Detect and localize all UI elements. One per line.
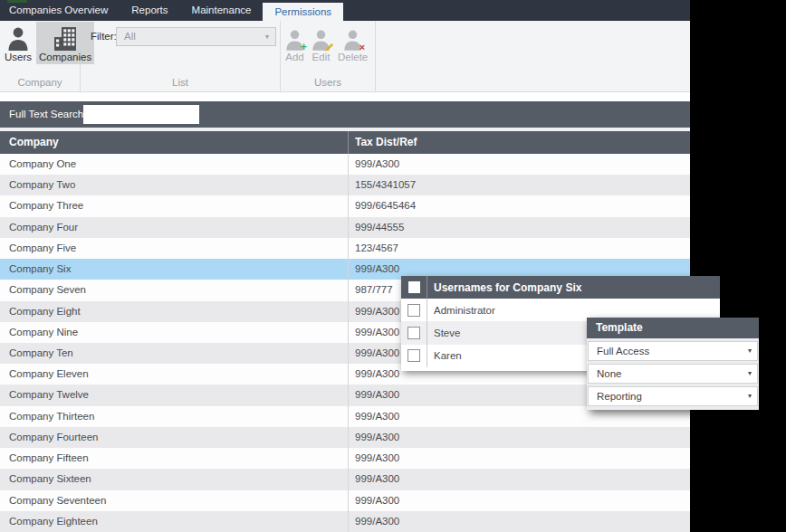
ribbon-group-users: + Add Edit × (281, 21, 376, 91)
tab-maintenance[interactable]: Maintenance (180, 0, 264, 21)
template-popup: Template Full Access ▾ None ▾ Reporting … (587, 318, 759, 410)
chevron-down-icon: ▾ (265, 28, 269, 45)
ribbon-group-company: Users (0, 21, 81, 91)
table-row[interactable]: Company Seventeen999/A300 (0, 490, 690, 511)
filter-dropdown[interactable]: All ▾ (116, 27, 276, 46)
username-checkbox[interactable] (407, 304, 420, 317)
tab-permissions[interactable]: Permissions (263, 3, 343, 21)
ribbon-group-company-label: Company (0, 76, 80, 91)
building-icon (53, 25, 77, 51)
username-label: Karen (427, 350, 462, 361)
column-header-company[interactable]: Company (0, 131, 349, 154)
ribbon-tab-bar: Companies Overview Reports Maintenance P… (0, 0, 690, 21)
ribbon-group-list: Filter: All ▾ List (81, 21, 281, 91)
edit-user-button-label: Edit (312, 52, 331, 62)
usernames-popup-header: Usernames for Company Six (401, 276, 720, 299)
column-header-tax-dist-ref[interactable]: Tax Dist/Ref (349, 131, 417, 154)
chevron-down-icon: ▾ (748, 387, 752, 405)
table-row[interactable]: Company Eighteen999/A300 (0, 511, 690, 532)
template-dropdown-value: None (597, 368, 622, 379)
template-dropdown-none[interactable]: None ▾ (588, 364, 758, 384)
table-row[interactable]: Company Four999/44555 (0, 217, 690, 238)
username-label: Administrator (427, 305, 495, 316)
table-row[interactable]: Company Two155/4341057 (0, 175, 690, 195)
delete-user-button[interactable]: × Delete (335, 22, 370, 64)
template-popup-title: Template (587, 318, 759, 338)
plus-badge-icon: + (301, 43, 307, 52)
table-row[interactable]: Company Fourteen999/A300 (0, 427, 690, 448)
ribbon-group-users-label: Users (281, 76, 375, 91)
delete-user-button-label: Delete (338, 52, 368, 62)
template-dropdown-value: Full Access (597, 346, 649, 356)
full-text-search-input[interactable] (83, 105, 199, 124)
chevron-down-icon: ▾ (748, 342, 752, 360)
users-button[interactable]: Users (2, 22, 34, 64)
edit-user-button[interactable]: Edit (309, 22, 333, 64)
template-dropdown-reporting[interactable]: Reporting ▾ (588, 386, 758, 406)
pencil-badge-icon (325, 43, 333, 52)
full-text-search-label: Full Text Search (9, 101, 83, 128)
screenshot-canvas: Companies Overview Reports Maintenance P… (0, 0, 786, 532)
cross-badge-icon: × (359, 43, 365, 52)
username-checkbox[interactable] (407, 327, 420, 339)
user-icon (7, 25, 29, 51)
username-checkbox[interactable] (407, 349, 420, 362)
table-row[interactable]: Company One999/A300 (0, 154, 690, 175)
delete-user-icon: × (343, 25, 362, 51)
add-user-icon: + (285, 25, 304, 51)
username-label: Steve (427, 328, 460, 338)
table-row[interactable]: Company Three999/6645464 (0, 195, 690, 216)
background-window-sliver (7, 0, 27, 3)
filter-dropdown-value: All (124, 31, 136, 42)
template-dropdown-full-access[interactable]: Full Access ▾ (588, 341, 758, 361)
app-window: Companies Overview Reports Maintenance P… (0, 0, 690, 532)
ribbon-group-list-label: List (81, 76, 280, 91)
users-button-label: Users (5, 52, 32, 62)
table-row[interactable]: Company Fifteen999/A300 (0, 448, 690, 469)
ribbon: Users (0, 21, 690, 92)
table-row[interactable]: Company Sixteen999/A300 (0, 469, 690, 489)
select-all-checkbox[interactable] (408, 281, 420, 293)
table-row[interactable]: Company Five123/4567 (0, 238, 690, 259)
usernames-popup-title: Usernames for Company Six (427, 281, 581, 294)
table-header: Company Tax Dist/Ref (0, 131, 690, 154)
template-dropdown-value: Reporting (597, 391, 642, 402)
add-user-button[interactable]: + Add (283, 22, 307, 64)
tab-reports[interactable]: Reports (120, 0, 179, 21)
full-text-search-bar: Full Text Search (0, 101, 690, 128)
tab-companies-overview[interactable]: Companies Overview (0, 0, 120, 21)
chevron-down-icon: ▾ (748, 365, 752, 383)
filter-label: Filter: (91, 31, 117, 42)
edit-user-icon (312, 25, 331, 51)
